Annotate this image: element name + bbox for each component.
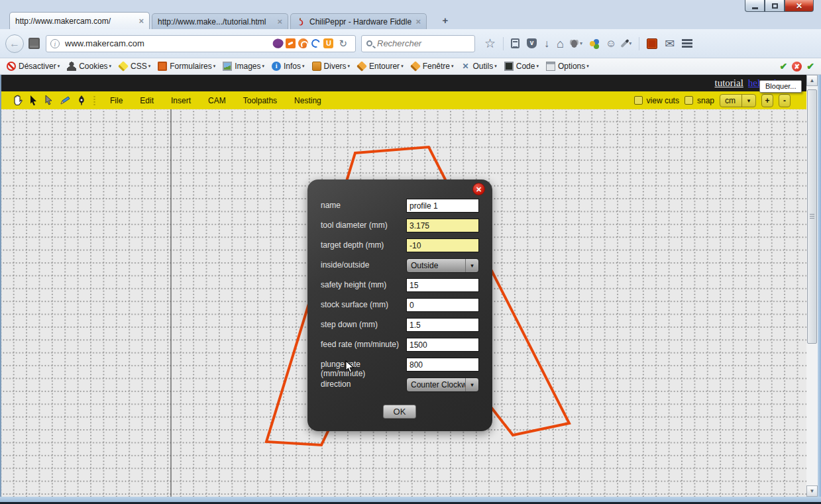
- error-icon[interactable]: ✘: [792, 62, 802, 72]
- devbar-status-icons: ✔ ✘ ✔: [780, 58, 814, 74]
- field-select[interactable]: Outside▾: [406, 258, 479, 273]
- pen-tool-icon[interactable]: [77, 95, 87, 106]
- window-controls: ✕: [745, 0, 814, 12]
- zoom-out-button[interactable]: -: [779, 94, 791, 107]
- browser-tab[interactable]: http://www.makercam.com/ ×: [9, 12, 150, 29]
- menu-cam[interactable]: CAM: [208, 96, 226, 105]
- field-input[interactable]: [406, 238, 479, 252]
- ok-button[interactable]: OK: [383, 405, 416, 419]
- dialog-field-row: direction Counter Clockwi▾: [307, 378, 492, 397]
- maximize-button[interactable]: [765, 0, 785, 12]
- window-border: [0, 75, 1, 497]
- search-input[interactable]: [377, 38, 470, 48]
- reload-icon[interactable]: ↻: [339, 38, 347, 50]
- zigzag-addon-icon[interactable]: [286, 38, 296, 48]
- devbar-menu-item[interactable]: ✕ Outils ▾: [461, 62, 497, 71]
- devbar-menu-item[interactable]: Formulaires ▾: [158, 62, 215, 71]
- browser-tab[interactable]: http://www.make.../tutorial.html ×: [152, 13, 288, 29]
- zoom-in-button[interactable]: +: [761, 94, 773, 107]
- scroll-up-arrow-icon[interactable]: ▲: [806, 75, 818, 86]
- search-bar[interactable]: [361, 35, 475, 52]
- select-arrow-icon[interactable]: [29, 95, 38, 106]
- field-input[interactable]: [406, 358, 479, 372]
- field-input[interactable]: [406, 219, 479, 232]
- direct-select-arrow-icon[interactable]: [44, 95, 53, 106]
- fly-addon-icon[interactable]: [571, 40, 577, 48]
- menu-insert[interactable]: Insert: [171, 96, 191, 105]
- window-border: [0, 497, 821, 502]
- blue-swirl-addon-icon[interactable]: [311, 38, 321, 48]
- devbar-menu-item[interactable]: Options ▾: [546, 62, 589, 71]
- url-input[interactable]: [65, 38, 273, 48]
- devbar-menu-item[interactable]: Désactiver ▾: [7, 62, 60, 71]
- minimize-button[interactable]: [745, 0, 765, 12]
- wappalyzer-icon[interactable]: [271, 36, 285, 50]
- field-input[interactable]: [406, 199, 479, 213]
- new-tab-button[interactable]: +: [437, 14, 453, 27]
- vertical-scrollbar[interactable]: ▲ ▼: [806, 75, 818, 497]
- tab-close-icon[interactable]: ×: [415, 17, 421, 26]
- pocket-icon[interactable]: v: [527, 38, 537, 48]
- browser-tab[interactable]: ChiliPeppr - Hardware Fiddle ×: [290, 13, 427, 29]
- tab-title: http://www.makercam.com/: [15, 17, 135, 26]
- devbar-menu-item[interactable]: Fenêtre ▾: [411, 62, 454, 71]
- back-button[interactable]: ←: [5, 34, 24, 53]
- menu-toolpaths[interactable]: Toolpaths: [243, 96, 277, 105]
- menu-file[interactable]: File: [110, 96, 123, 105]
- makercam-header-bar: tutorial help about: [1, 75, 806, 91]
- video-downloadhelper-icon[interactable]: [590, 41, 595, 46]
- devbar-menu-item[interactable]: i Infos ▾: [272, 62, 305, 71]
- eyedropper-caret-icon[interactable]: ▾: [629, 38, 631, 50]
- dialog-close-button[interactable]: ✕: [472, 183, 485, 195]
- chevron-down-icon: ▾: [741, 95, 755, 107]
- u-smile-addon-icon[interactable]: U: [323, 38, 333, 48]
- pan-hand-icon[interactable]: [12, 95, 23, 106]
- field-input[interactable]: [406, 298, 479, 312]
- orange-spiral-addon-icon[interactable]: [298, 38, 308, 48]
- devbar-menu-item[interactable]: Images ▾: [223, 62, 264, 71]
- close-window-button[interactable]: ✕: [785, 0, 814, 12]
- view-cuts-checkbox[interactable]: [634, 96, 643, 105]
- menu-hamburger-icon[interactable]: [682, 39, 692, 48]
- home-icon[interactable]: ⌂: [557, 38, 564, 50]
- bookmark-star-icon[interactable]: ☆: [484, 38, 496, 50]
- tutorial-link[interactable]: tutorial: [715, 77, 743, 89]
- devbar-menu-item[interactable]: Code ▾: [504, 62, 539, 71]
- field-input[interactable]: [406, 278, 479, 292]
- scrollbar-thumb[interactable]: [807, 89, 817, 344]
- unit-dropdown[interactable]: cm ▾: [720, 94, 756, 107]
- field-select[interactable]: Counter Clockwi▾: [406, 378, 479, 392]
- orange-square-addon-icon[interactable]: [647, 38, 657, 49]
- forward-button[interactable]: [28, 38, 40, 49]
- devbar-menu-item[interactable]: Cookies ▾: [67, 62, 111, 71]
- devbar-item-icon: i: [272, 62, 281, 71]
- devbar-menu-item[interactable]: CSS ▾: [119, 62, 150, 71]
- devbar-item-icon: [67, 62, 76, 71]
- tab-close-icon[interactable]: ×: [277, 17, 282, 26]
- snap-checkbox[interactable]: [684, 96, 693, 105]
- devbar-item-icon: [312, 62, 321, 71]
- scroll-down-arrow-icon[interactable]: ▼: [806, 485, 818, 497]
- pencil-tool-icon[interactable]: [59, 95, 71, 106]
- dialog-field-row: name: [307, 199, 492, 219]
- devbar-menu-item[interactable]: Divers ▾: [312, 62, 351, 71]
- smiley-addon-icon[interactable]: ☺: [606, 38, 616, 50]
- validation-check-icon[interactable]: ✔: [806, 61, 814, 72]
- site-info-icon[interactable]: i: [50, 39, 60, 48]
- devbar-menu-item[interactable]: Entourer ▾: [357, 62, 404, 71]
- devbar-item-label: Fenêtre: [423, 62, 450, 71]
- validation-check-icon[interactable]: ✔: [780, 61, 788, 72]
- url-bar[interactable]: i U ↻: [46, 35, 356, 52]
- field-input[interactable]: [406, 318, 479, 332]
- chevron-down-icon: ▾: [109, 64, 112, 69]
- downloads-icon[interactable]: ↓: [544, 38, 549, 50]
- field-input[interactable]: [406, 338, 479, 352]
- menu-edit[interactable]: Edit: [140, 96, 154, 105]
- fly-addon-caret-icon[interactable]: ▾: [580, 38, 582, 50]
- tab-close-icon[interactable]: ×: [138, 16, 144, 26]
- reading-list-icon[interactable]: [511, 38, 520, 48]
- chevron-down-icon: ▾: [348, 64, 351, 69]
- eyedropper-icon[interactable]: [621, 39, 629, 48]
- menu-nesting[interactable]: Nesting: [294, 96, 321, 105]
- mail-addon-icon[interactable]: ✉: [665, 38, 675, 50]
